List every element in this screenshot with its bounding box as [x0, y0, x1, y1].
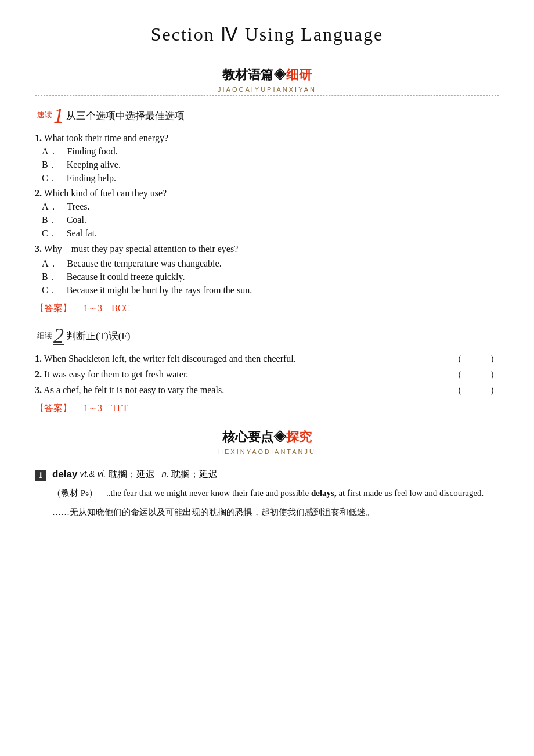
fine-read-label: 细读 2 判断正(T)误(F): [37, 325, 499, 346]
tf-item-2: 2. It was easy for them to get fresh wat…: [35, 369, 499, 381]
answer-block-1: 【答案】 1～3 BCC: [35, 303, 499, 315]
question-2: 2. Which kind of fuel can they use? A． T…: [35, 188, 499, 240]
example-sentence: （教材 P₉） ..the fear that we might never k…: [35, 486, 499, 501]
translation-block: ……无从知晓他们的命运以及可能出现的耽搁的恐惧，起初使我们感到沮丧和低迷。: [35, 505, 499, 520]
fine-label-text: 细读: [37, 330, 52, 341]
speed-number: 1: [53, 105, 64, 126]
question-1-text: 1. What took their time and energy?: [35, 133, 499, 143]
question-2-option-c: C． Seal fat.: [35, 228, 499, 240]
answer-label-1: 【答案】: [35, 303, 72, 313]
tf-item-2-text: 2. It was easy for them to get fresh wat…: [35, 369, 441, 380]
vocab-word: delay: [52, 469, 77, 480]
section1-header: 教材语篇◈细研: [35, 66, 499, 84]
vocab-number-box: 1: [35, 470, 46, 481]
tf-item-3: 3. As a chef, he felt it is not easy to …: [35, 384, 499, 397]
tf-item-3-parens: （ ）: [453, 384, 499, 397]
question-1-option-a: A． Finding food.: [35, 146, 499, 158]
question-2-option-b: B． Coal.: [35, 214, 499, 226]
tf-container: 1. When Shackleton left, the writer felt…: [35, 353, 499, 397]
question-1-option-b: B． Keeping alive.: [35, 159, 499, 171]
speed-read-label: 速读 1 从三个选项中选择最佳选项: [37, 105, 499, 126]
section1-subtitle: JIAOCAIYUPIANXIYAN: [35, 86, 499, 93]
question-3-option-c: C． Because it might be hurt by the rays …: [35, 285, 499, 297]
question-1: 1. What took their time and energy? A． F…: [35, 133, 499, 185]
core-arrow: ◈: [273, 430, 286, 444]
speed-label-cn: 从三个选项中选择最佳选项: [66, 109, 185, 123]
vocab-pos2: n.: [162, 469, 169, 478]
question-1-option-c: C． Finding help.: [35, 172, 499, 185]
core-header: 核心要点◈探究: [35, 429, 499, 446]
question-2-option-a: A． Trees.: [35, 201, 499, 213]
dashed-divider-2: [35, 458, 499, 458]
question-3-option-b: B． Because it could freeze quickly.: [35, 271, 499, 283]
tf-item-2-parens: （ ）: [453, 369, 499, 381]
question-2-text: 2. Which kind of fuel can they use?: [35, 188, 499, 199]
tf-item-1-parens: （ ）: [453, 353, 499, 365]
questions-container: 1. What took their time and energy? A． F…: [35, 133, 499, 297]
tf-item-3-text: 3. As a chef, he felt it is not easy to …: [35, 385, 441, 395]
dashed-divider-1: [35, 95, 499, 96]
tf-item-1: 1. When Shackleton left, the writer felt…: [35, 353, 499, 365]
example-bold-word: delays,: [311, 488, 337, 498]
question-3-option-a: A． Because the temperature was changeabl…: [35, 258, 499, 270]
answer-range-2: 1～3: [84, 403, 102, 413]
section1-header-text: 教材语篇: [222, 67, 273, 82]
core-header-text: 核心要点: [222, 430, 273, 444]
example-source: （教材 P₉）: [52, 488, 98, 498]
core-accent: 探究: [286, 430, 312, 444]
question-3: 3. Why must they pay special attention t…: [35, 243, 499, 297]
answer-value-2: TFT: [111, 403, 128, 413]
vocab-entry-1: 1 delay vt.& vi. 耽搁；延迟 n. 耽搁；延迟: [35, 469, 499, 481]
fine-number: 2: [53, 325, 64, 346]
question-3-text: 3. Why must they pay special attention t…: [35, 243, 499, 255]
answer-block-2: 【答案】 1～3 TFT: [35, 402, 499, 415]
speed-label-text: 速读: [37, 110, 52, 121]
vocab-pos: vt.& vi.: [80, 469, 106, 478]
tf-item-1-text: 1. When Shackleton left, the writer felt…: [35, 354, 441, 364]
core-subtitle: HEXINYAODIANTANJU: [35, 448, 499, 455]
answer-label-2: 【答案】: [35, 403, 72, 413]
section1-arrow: ◈: [273, 67, 286, 82]
vocab-cn1: 耽搁；延迟: [109, 469, 155, 481]
answer-range-1: 1～3: [84, 303, 102, 313]
section1-header-title: 教材语篇◈细研: [222, 66, 312, 84]
vocab-cn2: 耽搁；延迟: [171, 469, 218, 481]
answer-value-1: BCC: [111, 303, 130, 313]
section1-accent: 细研: [286, 67, 312, 82]
main-title: Section Ⅳ Using Language: [35, 23, 499, 45]
core-header-title: 核心要点◈探究: [222, 429, 312, 446]
fine-label-cn: 判断正(T)误(F): [66, 329, 130, 343]
